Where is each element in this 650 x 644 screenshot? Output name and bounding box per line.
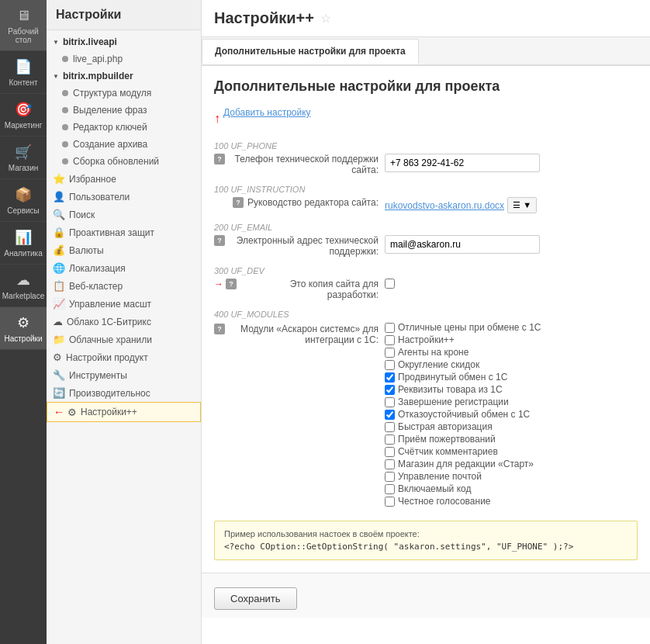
module-checkbox[interactable] — [385, 397, 395, 407]
help-icon[interactable]: ? — [214, 324, 225, 334]
save-button[interactable]: Сохранить — [214, 587, 297, 610]
nav-item-updates[interactable]: Сборка обновлений — [47, 153, 201, 170]
module-checkbox[interactable] — [385, 459, 395, 469]
globe-icon: 🌐 — [53, 262, 65, 274]
dev-checkbox[interactable] — [385, 279, 395, 289]
nav-item-performance[interactable]: 🔄 Производительнос — [47, 384, 201, 402]
module-item: Настройки++ — [385, 334, 541, 345]
module-checkbox[interactable] — [385, 372, 395, 383]
module-item: Включаемый код — [385, 483, 541, 494]
field-input-email — [385, 235, 540, 254]
sidebar-item-settings[interactable]: ⚙ Настройки — [0, 307, 47, 350]
module-item: Отказоустойчивый обмен с 1С — [385, 409, 541, 420]
nav-item-tools[interactable]: 🔧 Инструменты — [47, 366, 201, 384]
help-icon[interactable]: ? — [214, 154, 225, 164]
nav-item-currency[interactable]: 💰 Валюты — [47, 241, 201, 259]
email-input[interactable] — [385, 235, 540, 254]
nav-item-label: Валюты — [69, 245, 104, 256]
bullet-icon — [62, 90, 68, 96]
nav-item-archive[interactable]: Создание архива — [47, 136, 201, 153]
nav-item-mpbuilder[interactable]: ▼ bitrix.mpbuilder — [47, 68, 201, 85]
module-checkbox[interactable] — [385, 335, 395, 345]
group-label-dev: 300 UF_DEV — [214, 266, 638, 275]
module-item: Управление почтой — [385, 471, 541, 482]
nav-item-protection[interactable]: 🔒 Проактивная защит — [47, 223, 201, 241]
analytics-icon: 📊 — [14, 228, 33, 247]
sidebar-item-desktop[interactable]: 🖥 Рабочий стол — [0, 0, 47, 51]
module-checkbox[interactable] — [385, 447, 395, 457]
form-group-email: 200 UF_EMAIL ? Электронный адрес техниче… — [214, 223, 638, 257]
module-item: Агенты на кроне — [385, 347, 541, 358]
bullet-icon — [62, 141, 68, 147]
nav-tree: ▼ bitrix.liveapi live_api.php ▼ bitrix.m… — [47, 30, 201, 425]
module-checkbox[interactable] — [385, 484, 395, 494]
nav-item-users[interactable]: 👤 Пользователи — [47, 188, 201, 206]
sidebar-item-services[interactable]: 📦 Сервисы — [0, 179, 47, 222]
nav-item-scaling[interactable]: 📈 Управление масшт — [47, 295, 201, 313]
sidebar-item-marketing[interactable]: 🎯 Маркетинг — [0, 94, 47, 137]
services-icon: 📦 — [14, 185, 33, 204]
nav-item-label: Облачные хранили — [69, 334, 152, 345]
sidebar-item-label: Контент — [9, 78, 37, 87]
module-checkbox[interactable] — [385, 472, 395, 482]
module-checkbox[interactable] — [385, 410, 395, 420]
nav-item-product-settings[interactable]: ⚙ Настройки продукт — [47, 348, 201, 366]
sidebar-item-content[interactable]: 📄 Контент — [0, 51, 47, 94]
performance-icon: 🔄 — [53, 387, 65, 399]
module-checkbox[interactable] — [385, 348, 395, 358]
instruction-menu-button[interactable]: ☰ ▼ — [507, 197, 537, 213]
instruction-link[interactable]: rukovodstvo-askaron.ru.docx — [385, 200, 504, 211]
sidebar-item-label: Аналитика — [4, 249, 43, 258]
help-icon[interactable]: ? — [226, 279, 237, 289]
form-group-phone: 100 UF_PHONE ? Телефон технической подде… — [214, 141, 638, 175]
module-checkbox[interactable] — [385, 385, 395, 395]
add-setting-link[interactable]: Добавить настройку — [223, 107, 311, 118]
module-checkbox[interactable] — [385, 497, 395, 507]
module-checkbox[interactable] — [385, 323, 395, 333]
help-icon[interactable]: ? — [233, 197, 244, 208]
triangle-icon: ▼ — [53, 39, 59, 46]
nav-item-label: Настройки++ — [81, 407, 137, 417]
help-icon[interactable]: ? — [214, 235, 225, 246]
group-label-modules: 400 UF_MODULES — [214, 310, 638, 319]
page-title: Настройки++ — [214, 9, 314, 27]
sidebar-item-analytics[interactable]: 📊 Аналитика — [0, 222, 47, 265]
field-input-phone — [385, 154, 540, 172]
sidebar-item-marketplace[interactable]: ☁ Marketplace — [0, 265, 47, 307]
field-row-phone: ? Телефон технической поддержки сайта: — [214, 154, 638, 175]
bullet-icon — [62, 158, 68, 164]
bullet-icon — [62, 124, 68, 130]
phone-input[interactable] — [385, 154, 540, 172]
nav-item-live-api-php[interactable]: live_api.php — [47, 50, 201, 68]
module-label: Продвинутый обмен с 1С — [398, 372, 507, 383]
sidebar: 🖥 Рабочий стол 📄 Контент 🎯 Маркетинг 🛒 М… — [0, 0, 47, 644]
nav-item-label: Поиск — [69, 209, 95, 220]
nav-item-liveapi[interactable]: ▼ bitrix.liveapi — [47, 33, 201, 50]
module-checkbox[interactable] — [385, 422, 395, 432]
nav-item-cloudstorage[interactable]: 📁 Облачные хранили — [47, 331, 201, 348]
sidebar-item-shop[interactable]: 🛒 Магазин — [0, 137, 47, 179]
module-checkbox[interactable] — [385, 360, 395, 370]
section-title: Дополнительные настройки для проекта — [214, 78, 638, 95]
field-label-modules: ? Модули «Аскарон системс» для интеграци… — [214, 322, 385, 345]
nav-item-settings-pp[interactable]: ← ⚙ Настройки++ — [47, 402, 201, 422]
nav-item-phrases[interactable]: Выделение фраз — [47, 102, 201, 119]
nav-item-search[interactable]: 🔍 Поиск — [47, 206, 201, 223]
nav-item-cloud[interactable]: ☁ Облако 1С-Битрикс — [47, 313, 201, 331]
nav-item-label: Избранное — [69, 174, 116, 185]
nav-item-keys[interactable]: Редактор ключей — [47, 119, 201, 136]
nav-item-structure[interactable]: Структура модуля — [47, 85, 201, 102]
module-checkbox[interactable] — [385, 435, 395, 445]
triangle-icon: ▼ — [53, 73, 59, 80]
form-group-instruction: 100 UF_INSTRUCTION ? Руководство редакто… — [214, 185, 638, 213]
main-content: Настройки++ ☆ Дополнительные настройки д… — [202, 0, 650, 644]
nav-item-favorites[interactable]: ⭐ Избранное — [47, 170, 201, 188]
nav-item-locale[interactable]: 🌐 Локализация — [47, 259, 201, 277]
field-label-email: ? Электронный адрес технической поддержк… — [214, 235, 385, 257]
nav-item-webcluster[interactable]: 📋 Веб-кластер — [47, 277, 201, 295]
user-icon: 👤 — [53, 191, 65, 203]
tab-settings[interactable]: Дополнительные настройки для проекта — [202, 39, 419, 64]
cluster-icon: 📋 — [53, 280, 65, 292]
favorite-star-icon[interactable]: ☆ — [320, 11, 331, 26]
module-label: Округление скидок — [398, 359, 479, 370]
